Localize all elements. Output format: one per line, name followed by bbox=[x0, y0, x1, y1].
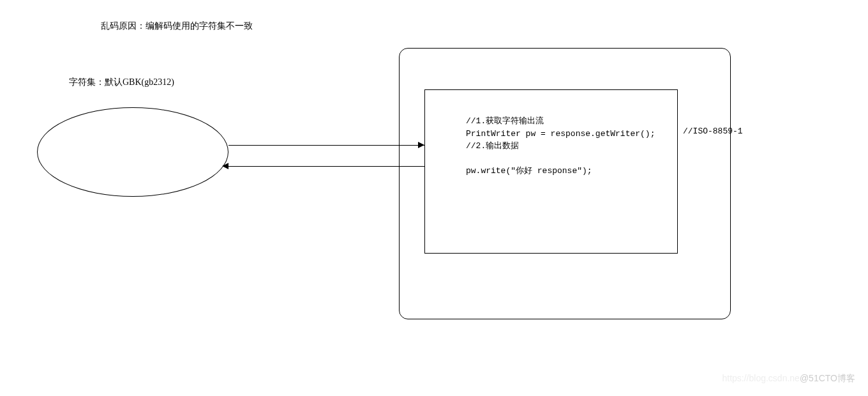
code-line-2: PrintWriter pw = response.getWriter(); bbox=[466, 129, 655, 139]
watermark-text: @51CTO博客 bbox=[800, 373, 855, 383]
arrow-response-line bbox=[228, 166, 424, 167]
charset-label: 字符集：默认GBK(gb2312) bbox=[69, 77, 174, 88]
arrow-request-line bbox=[228, 145, 424, 146]
watermark: https://blog.csdn.ne@51CTO博客 bbox=[722, 373, 855, 385]
arrow-left-icon bbox=[222, 163, 228, 169]
client-ellipse bbox=[37, 107, 228, 197]
iso-comment: //ISO-8859-1 bbox=[683, 126, 743, 136]
code-line-5: pw.write("你好 response"); bbox=[466, 166, 592, 176]
diagram-title: 乱码原因：编解码使用的字符集不一致 bbox=[101, 20, 253, 32]
watermark-url: https://blog.csdn.ne bbox=[722, 373, 799, 383]
code-line-3: //2.输出数据 bbox=[466, 141, 519, 151]
arrow-right-icon bbox=[418, 142, 424, 148]
code-block: //1.获取字符输出流 PrintWriter pw = response.ge… bbox=[466, 115, 655, 178]
code-line-1: //1.获取字符输出流 bbox=[466, 116, 544, 126]
